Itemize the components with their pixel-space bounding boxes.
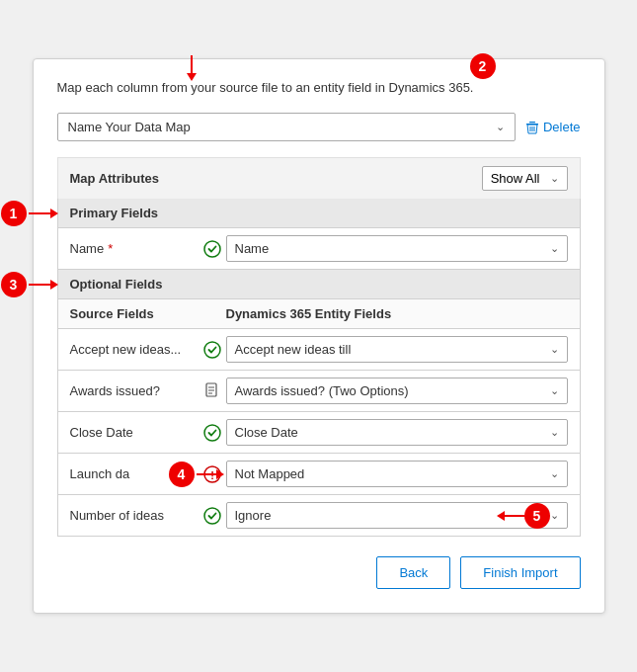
data-map-select[interactable]: Name Your Data Map ⌄ (57, 113, 516, 141)
field-rows-container: Accept new ideas... Accept new ideas til… (57, 329, 581, 537)
show-all-chevron: ⌄ (550, 172, 559, 185)
field-entity-value: Close Date (235, 425, 298, 440)
map-attributes-label: Map Attributes (70, 171, 160, 186)
field-row: 4 Launch da ! Not Mapped⌄ (57, 454, 581, 495)
annotation-4-line (197, 473, 216, 475)
annotation-1: 1 (1, 201, 27, 226)
field-source-label: Number of ideas (70, 508, 199, 523)
svg-point-14 (204, 508, 220, 524)
name-field-source: Name * (70, 241, 199, 256)
doc-icon (204, 382, 220, 400)
check-circle-icon (203, 424, 221, 442)
delete-label: Delete (543, 120, 581, 134)
show-all-select[interactable]: Show All ⌄ (482, 166, 568, 191)
name-field-value: Name (235, 241, 270, 256)
svg-rect-1 (529, 122, 535, 123)
show-all-label: Show All (491, 171, 540, 186)
data-map-chevron: ⌄ (496, 121, 505, 133)
annotation-1-arrow-line (29, 212, 50, 214)
delete-icon (525, 121, 539, 134)
check-icon (199, 424, 226, 442)
back-button[interactable]: Back (376, 556, 450, 589)
annotation-3-group: 3 (1, 272, 58, 297)
svg-point-11 (204, 425, 220, 441)
annotation-4-arrowhead (216, 469, 224, 479)
field-entity-value: Ignore (235, 508, 272, 523)
annotation-3-arrow-head (50, 280, 58, 290)
field-entity-chevron: ⌄ (550, 343, 559, 356)
field-row: Awards issued? Awards issued? (Two Optio… (57, 371, 581, 412)
optional-fields-label: Optional Fields (70, 277, 163, 292)
primary-fields-bar: 1 Primary Fields (57, 199, 581, 228)
annotation-5-line (505, 515, 524, 517)
data-map-placeholder: Name Your Data Map (68, 120, 191, 134)
col-header-source: Source Fields (70, 306, 226, 321)
annotation-5-group: 5 (497, 503, 550, 529)
main-container: Map each column from your source file to… (33, 58, 605, 614)
svg-point-5 (204, 241, 220, 257)
check-icon (199, 507, 226, 525)
annotation-1-group: 1 (1, 201, 58, 226)
annotation-2-arrow-line (191, 55, 193, 73)
field-source-label: Awards issued? (70, 383, 199, 398)
annotation-4: 4 (169, 462, 195, 487)
annotation-2-arrow (187, 55, 197, 81)
data-map-row: Name Your Data Map ⌄ Delete (57, 113, 581, 141)
field-entity-select[interactable]: Not Mapped⌄ (226, 461, 568, 487)
name-field-select[interactable]: Name ⌄ (226, 235, 568, 262)
annotation-2: 2 (470, 53, 496, 79)
page-description: Map each column from your source file to… (57, 79, 581, 97)
name-field-row: Name * Name ⌄ (57, 228, 581, 270)
annotation-4-arrow (197, 469, 224, 479)
field-entity-select[interactable]: Accept new ideas till⌄ (226, 336, 568, 363)
check-circle-icon (203, 240, 221, 258)
annotation-3-arrow-line (29, 284, 50, 286)
delete-button[interactable]: Delete (525, 120, 581, 134)
col-header-entity: Dynamics 365 Entity Fields (226, 306, 568, 321)
field-entity-chevron: ⌄ (550, 509, 559, 522)
field-source-label: Accept new ideas... (70, 342, 199, 357)
name-field-label: Name (70, 241, 105, 256)
check-circle-icon (203, 507, 221, 525)
required-star: * (108, 241, 113, 256)
field-entity-select[interactable]: Close Date⌄ (226, 419, 568, 446)
field-entity-value: Not Mapped (235, 466, 305, 481)
field-entity-value: Awards issued? (Two Options) (235, 383, 409, 398)
annotation-5: 5 (524, 503, 550, 529)
field-entity-select[interactable]: Awards issued? (Two Options)⌄ (226, 378, 568, 404)
footer-row: Back Finish Import (57, 556, 581, 589)
svg-point-6 (204, 342, 220, 358)
annotation-3: 3 (1, 272, 27, 297)
name-field-icon (199, 240, 226, 258)
annotation-5-arrowhead (497, 511, 505, 521)
annotation-5-arrow (497, 511, 524, 521)
check-icon (199, 341, 226, 359)
finish-import-button[interactable]: Finish Import (460, 556, 580, 589)
check-circle-icon (203, 341, 221, 359)
optional-fields-bar: 3 Optional Fields (57, 270, 581, 299)
annotation-1-arrow-head (50, 209, 58, 218)
map-attributes-header: Map Attributes Show All ⌄ 2 (57, 157, 581, 199)
field-entity-chevron: ⌄ (550, 384, 559, 397)
field-row: Accept new ideas... Accept new ideas til… (57, 329, 581, 371)
col-headers-row: Source Fields Dynamics 365 Entity Fields (57, 299, 581, 329)
field-row: Close Date Close Date⌄ (57, 412, 581, 454)
primary-fields-label: Primary Fields (70, 206, 159, 220)
field-row: Number of ideas Ignore⌄ 5 (57, 495, 581, 537)
field-entity-chevron: ⌄ (550, 467, 559, 480)
field-source-label: Close Date (70, 425, 199, 440)
name-field-chevron: ⌄ (550, 242, 559, 255)
document-icon (199, 382, 226, 400)
annotation-4-group: 4 (169, 462, 224, 487)
annotation-2-arrow-head (187, 73, 197, 81)
field-entity-chevron: ⌄ (550, 426, 559, 439)
field-entity-value: Accept new ideas till (235, 342, 352, 357)
